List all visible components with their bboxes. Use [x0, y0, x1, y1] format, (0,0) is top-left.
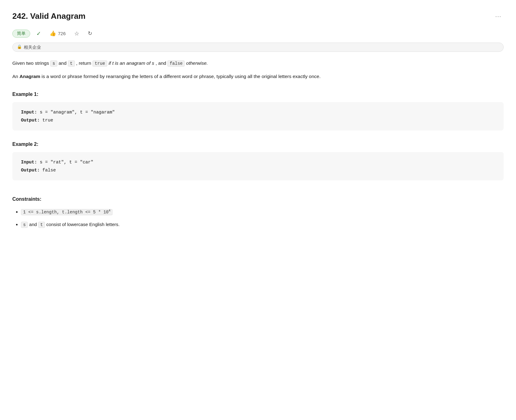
true-inline-code: true — [92, 60, 107, 67]
refresh-icon: ↻ — [88, 30, 92, 37]
anagram-bold: Anagram — [19, 74, 40, 79]
more-button[interactable]: ⋯ — [493, 11, 504, 21]
description-paragraph: Given two strings s and t , return true … — [12, 59, 504, 68]
s-inline-code: s — [50, 60, 57, 67]
difficulty-badge[interactable]: 简单 — [12, 30, 30, 38]
example1-output-line: Output: true — [21, 116, 495, 124]
is-anagram-of-text: is an anagram of — [115, 60, 152, 66]
and1-text: and — [59, 60, 68, 66]
false-inline-code: false — [167, 60, 185, 67]
desc-intro: Given two strings — [12, 60, 49, 66]
constraint2-text: consist of lowercase English letters. — [46, 222, 120, 227]
constraint-1: 1 <= s.length, t.length <= 5 * 104 — [21, 208, 504, 216]
problem-description: Given two strings s and t , return true … — [12, 59, 504, 80]
constraint1-code: 1 <= s.length, t.length <= 5 * 104 — [21, 209, 113, 215]
example1-title: Example 1: — [12, 90, 504, 98]
example1-code-block: Input: s = "anagram", t = "nagaram" Outp… — [12, 102, 504, 130]
constraint2-and: and — [29, 222, 38, 227]
s-code2: s — [152, 60, 154, 66]
refresh-button[interactable]: ↻ — [85, 29, 95, 38]
anagram-definition: An Anagram is a word or phrase formed by… — [12, 72, 504, 80]
star-icon: ☆ — [74, 30, 79, 37]
otherwise-text: otherwise. — [186, 60, 208, 66]
constraint2-t-code: t — [38, 222, 45, 228]
constraint2-s-code: s — [21, 222, 28, 228]
t-inline-code: t — [68, 60, 75, 67]
if-text: if — [109, 60, 112, 66]
toolbar: 简单 ✓ 👍 726 ☆ ↻ — [12, 29, 504, 38]
constraint-2: s and t consist of lowercase English let… — [21, 220, 504, 229]
like-button[interactable]: 👍 726 — [47, 29, 68, 38]
constraint1-sup: 4 — [109, 209, 110, 213]
constraints-list: 1 <= s.length, t.length <= 5 * 104 s and… — [12, 208, 504, 229]
constraints-title: Constraints: — [12, 195, 504, 203]
lock-icon: 🔒 — [17, 44, 22, 50]
company-label: 相关企业 — [24, 44, 41, 51]
check-button[interactable]: ✓ — [34, 29, 43, 38]
desc-and: , and — [156, 60, 168, 66]
example2-input-line: Input: s = "rat", t = "car" — [21, 158, 495, 166]
company-badge[interactable]: 🔒 相关企业 — [12, 43, 504, 52]
check-icon: ✓ — [36, 30, 41, 37]
page-title: 242. Valid Anagram — [12, 10, 85, 23]
t-code2: t — [112, 60, 113, 66]
thumbs-up-icon: 👍 — [50, 30, 56, 37]
desc-mid: , return — [76, 60, 92, 66]
star-button[interactable]: ☆ — [72, 29, 82, 38]
example2-output-line: Output: false — [21, 166, 495, 174]
example2-code-block: Input: s = "rat", t = "car" Output: fals… — [12, 152, 504, 180]
example1-input-line: Input: s = "anagram", t = "nagaram" — [21, 108, 495, 116]
example2-title: Example 2: — [12, 140, 504, 148]
an-text: An — [12, 74, 19, 79]
anagram-def-suffix: is a word or phrase formed by rearrangin… — [40, 74, 321, 79]
like-count: 726 — [58, 31, 66, 36]
header-row: 242. Valid Anagram ⋯ — [12, 10, 504, 23]
